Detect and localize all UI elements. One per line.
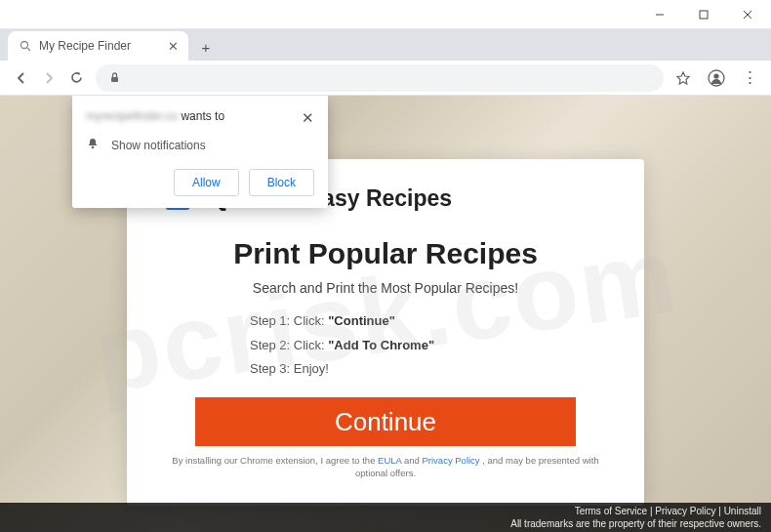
block-button[interactable]: Block xyxy=(249,169,314,196)
promo-card: Quick 'N Easy Recipes Print Popular Reci… xyxy=(127,159,644,506)
permission-origin: myrecipefinder.co wants to xyxy=(86,109,224,123)
page-footer: Terms of Service | Privacy Policy | Unin… xyxy=(0,503,771,532)
eula-link[interactable]: EULA xyxy=(378,455,401,466)
tab-title: My Recipe Finder xyxy=(39,39,131,53)
continue-button[interactable]: Continue xyxy=(195,397,576,446)
browser-tab[interactable]: My Recipe Finder ✕ xyxy=(8,31,188,61)
steps-list: Step 1: Click: "Continue" Step 2: Click:… xyxy=(250,309,434,382)
step-2: Step 2: Click: "Add To Chrome" xyxy=(250,334,434,358)
close-window-button[interactable] xyxy=(725,1,769,28)
disclaimer: By installing our Chrome extension, I ag… xyxy=(162,454,609,480)
window-titlebar xyxy=(0,0,771,29)
svg-line-5 xyxy=(27,48,30,51)
svg-rect-1 xyxy=(700,11,708,19)
browser-menu-button[interactable]: ⋮ xyxy=(736,64,763,92)
forward-button[interactable] xyxy=(35,64,62,92)
lock-icon xyxy=(105,69,123,87)
svg-point-4 xyxy=(20,42,27,49)
step-3: Step 3: Enjoy! xyxy=(250,357,434,382)
reload-button[interactable] xyxy=(62,64,90,92)
subheadline: Search and Print the Most Popular Recipe… xyxy=(253,280,518,296)
footer-trademark: All trademarks are the property of their… xyxy=(510,517,761,530)
tab-strip: My Recipe Finder ✕ + xyxy=(0,29,771,61)
svg-point-9 xyxy=(92,146,95,149)
svg-point-8 xyxy=(713,73,718,78)
step-1: Step 1: Click: "Continue" xyxy=(250,309,434,334)
tab-close-button[interactable]: ✕ xyxy=(168,39,179,54)
maximize-button[interactable] xyxy=(681,1,725,28)
omnibox[interactable] xyxy=(96,64,664,92)
minimize-button[interactable] xyxy=(637,1,681,28)
privacy-link[interactable]: Privacy Policy xyxy=(423,455,480,466)
bell-icon xyxy=(86,137,100,153)
permission-text: Show notifications xyxy=(111,139,206,152)
allow-button[interactable]: Allow xyxy=(174,169,239,196)
notification-permission-prompt: myrecipefinder.co wants to ✕ Show notifi… xyxy=(72,96,328,208)
headline: Print Popular Recipes xyxy=(233,237,538,270)
svg-rect-6 xyxy=(111,77,118,82)
search-icon xyxy=(18,39,32,54)
permission-close-button[interactable]: ✕ xyxy=(302,109,314,127)
account-button[interactable] xyxy=(703,64,730,92)
bookmark-star-button[interactable] xyxy=(670,64,697,92)
back-button[interactable] xyxy=(8,64,35,92)
new-tab-button[interactable]: + xyxy=(192,33,220,61)
address-bar: ⋮ xyxy=(0,61,771,96)
page-viewport: pcrisk.com myrecipefinder.co wants to ✕ … xyxy=(0,96,771,532)
footer-links[interactable]: Terms of Service | Privacy Policy | Unin… xyxy=(510,505,761,517)
